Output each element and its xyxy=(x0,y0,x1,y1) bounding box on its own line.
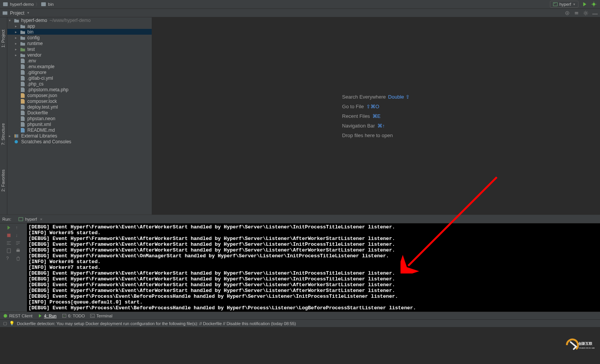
breadcrumb[interactable]: hyperf-demo 〉 bin xyxy=(3,2,54,7)
up-icon[interactable]: ↑ xyxy=(15,225,21,230)
tree-label: composer.lock xyxy=(27,99,57,104)
trash-icon[interactable] xyxy=(15,256,21,261)
stop-icon[interactable] xyxy=(6,233,12,238)
sidebar-tab-project[interactable]: 1: Project xyxy=(1,30,5,47)
tree-row[interactable]: vendor xyxy=(7,52,152,58)
tree-label: config xyxy=(27,35,40,40)
print-icon[interactable] xyxy=(15,248,21,253)
scroll-icon[interactable] xyxy=(6,248,12,253)
expand-arrow[interactable] xyxy=(15,42,20,45)
tree-row[interactable]: .phpstorm.meta.php xyxy=(7,87,152,92)
welcome-search-key[interactable]: Double ⇧ xyxy=(388,94,410,100)
expand-arrow[interactable] xyxy=(15,47,20,51)
tree-label: External Libraries xyxy=(21,133,57,139)
tree-label: bin xyxy=(27,29,34,35)
svg-point-21 xyxy=(4,314,7,317)
tree-row[interactable]: .env xyxy=(7,58,152,64)
play-icon xyxy=(38,314,42,318)
file-icon xyxy=(20,81,26,87)
svg-rect-12 xyxy=(16,134,17,138)
tree-label: hyperf-demo xyxy=(21,18,47,23)
expand-arrow[interactable] xyxy=(15,30,20,34)
tree-row[interactable]: Scratches and Consoles xyxy=(7,139,152,144)
file-icon xyxy=(20,99,26,104)
tree-row[interactable]: bin xyxy=(7,29,152,35)
status-toggle-icon[interactable]: ▢ xyxy=(3,321,7,326)
sidebar-tab-favorites[interactable]: 2: Favorites xyxy=(1,169,5,191)
tree-row[interactable]: composer.lock xyxy=(7,98,152,104)
run-tab[interactable]: hyperf × xyxy=(15,216,45,223)
tree-row[interactable]: config xyxy=(7,35,152,40)
tree-row[interactable]: Dockerfile xyxy=(7,110,152,116)
tree-row[interactable]: External Libraries xyxy=(7,133,152,139)
project-tree[interactable]: hyperf-demo~/www/hyperf-demoappbinconfig… xyxy=(7,17,152,215)
bottom-tab-run[interactable]: 4: Run xyxy=(38,314,56,318)
project-panel-title[interactable]: Project xyxy=(10,10,24,16)
expand-arrow[interactable] xyxy=(9,134,13,138)
editor-area[interactable]: Search EverywhereDouble ⇧ Go to File⇧⌘O … xyxy=(152,17,600,215)
tree-row[interactable]: test xyxy=(7,46,152,52)
welcome-goto-label: Go to File xyxy=(342,104,364,109)
tree-label: composer.json xyxy=(27,93,57,98)
expand-arrow[interactable] xyxy=(15,53,20,57)
bottom-tab-terminal[interactable]: Terminal xyxy=(90,314,112,318)
tree-row[interactable]: composer.json xyxy=(7,92,152,98)
chevron-down-icon[interactable]: ▼ xyxy=(27,11,30,15)
file-icon xyxy=(20,70,26,75)
watermark-logo: 创新互联 CHUANG XIN HU LIAN xyxy=(564,337,595,354)
tree-label: test xyxy=(27,47,35,52)
tree-row[interactable]: deploy.test.yml xyxy=(7,104,152,110)
debug-button[interactable] xyxy=(591,1,597,7)
topbar-right: hyperf ▼ xyxy=(550,1,597,8)
locate-icon[interactable] xyxy=(565,10,570,16)
sidebar-tab-structure[interactable]: 7: Structure xyxy=(1,123,5,145)
tree-row[interactable]: README.md xyxy=(7,127,152,133)
bulb-icon[interactable]: 💡 xyxy=(9,321,15,326)
tree-row[interactable]: hyperf-demo~/www/hyperf-demo xyxy=(7,17,152,23)
expand-arrow[interactable] xyxy=(15,24,20,28)
status-message[interactable]: Dockerfile detection: You may setup Dock… xyxy=(17,321,296,326)
down-icon[interactable]: ↓ xyxy=(15,233,21,238)
expand-arrow[interactable] xyxy=(9,18,13,22)
console-output[interactable]: [DEBUG] Event Hyperf\Framework\Event\Aft… xyxy=(27,223,600,312)
rerun-icon[interactable] xyxy=(6,225,12,230)
tree-label: deploy.test.yml xyxy=(27,104,58,110)
tree-row[interactable]: runtime xyxy=(7,40,152,46)
tree-row[interactable]: .gitignore xyxy=(7,69,152,75)
tree-label: .env xyxy=(27,58,36,64)
file-icon xyxy=(20,127,26,133)
bottom-tab-rest[interactable]: REST Client xyxy=(3,314,32,318)
run-button[interactable] xyxy=(582,1,588,7)
tree-row[interactable]: app xyxy=(7,23,152,29)
bottom-tab-todo[interactable]: 6: TODO xyxy=(62,314,85,318)
welcome-goto-key[interactable]: ⇧⌘O xyxy=(366,104,379,109)
run-config-dropdown[interactable]: hyperf ▼ xyxy=(550,1,579,8)
tree-row[interactable]: phpunit.xml xyxy=(7,121,152,127)
breadcrumb-child[interactable]: bin xyxy=(48,2,54,7)
top-bar: hyperf-demo 〉 bin hyperf ▼ xyxy=(0,0,600,9)
tree-row[interactable]: .php_cs xyxy=(7,81,152,87)
collapse-icon[interactable] xyxy=(574,10,579,16)
terminal-icon xyxy=(90,314,95,318)
tree-row[interactable]: phpstan.neon xyxy=(7,116,152,121)
file-icon xyxy=(20,110,26,116)
hide-icon[interactable]: — xyxy=(592,10,598,16)
welcome-search-label: Search Everywhere xyxy=(342,94,385,100)
file-icon xyxy=(20,87,26,92)
close-icon[interactable]: × xyxy=(40,217,42,221)
soft-wrap-icon[interactable] xyxy=(15,240,21,246)
project-icon xyxy=(2,10,8,16)
help-icon[interactable]: ? xyxy=(6,256,12,261)
expand-arrow[interactable] xyxy=(15,36,20,40)
welcome-nav-key[interactable]: ⌘↑ xyxy=(377,123,385,129)
svg-rect-7 xyxy=(3,11,7,15)
gear-icon[interactable] xyxy=(583,10,588,16)
wrap-icon[interactable] xyxy=(6,240,12,246)
tree-row[interactable]: .gitlab-ci.yml xyxy=(7,75,152,81)
svg-rect-15 xyxy=(19,217,23,221)
breadcrumb-root[interactable]: hyperf-demo xyxy=(10,2,34,7)
tree-row[interactable]: .env.example xyxy=(7,64,152,69)
welcome-recent-key[interactable]: ⌘E xyxy=(372,113,381,119)
svg-text:创新互联: 创新互联 xyxy=(578,342,593,346)
svg-rect-18 xyxy=(17,250,20,252)
